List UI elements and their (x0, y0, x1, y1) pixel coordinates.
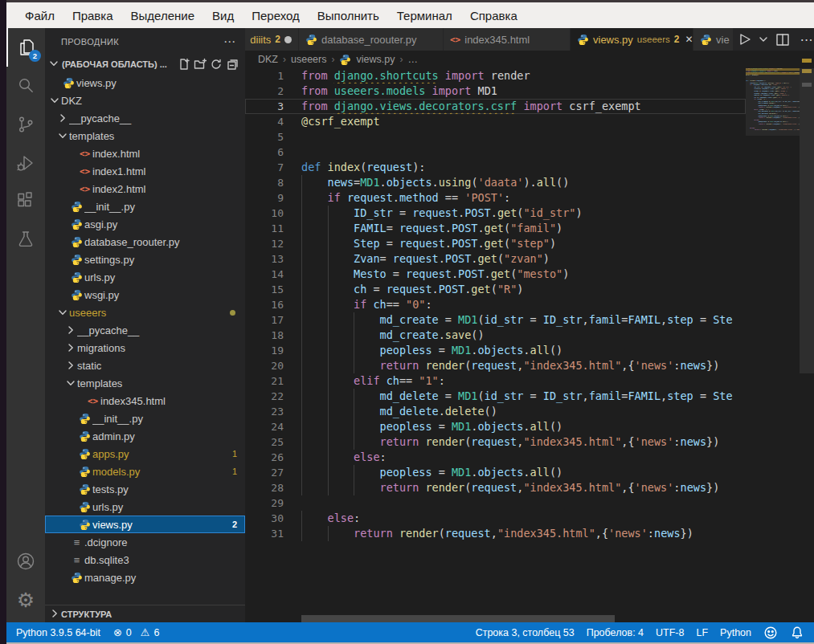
code-editor[interactable]: 1from django.shortcuts import render2fro… (245, 68, 746, 617)
breadcrumb-item[interactable]: … (407, 54, 418, 65)
tab-database_roouter.py[interactable]: database_roouter.py (299, 28, 444, 51)
tree-file-models.py[interactable]: models.py1 (45, 463, 245, 480)
menu-item-Переход[interactable]: Переход (243, 2, 309, 28)
tab-diiits[interactable]: diiits2 (245, 28, 299, 51)
code-line-3[interactable]: 3from django.views.decorators.csrf impor… (245, 99, 746, 114)
activity-extensions-icon[interactable] (6, 182, 45, 221)
code-line-17[interactable]: 17md_create = MD1(id_str = ID_str,famil=… (245, 312, 746, 328)
feedback-icon[interactable] (763, 626, 778, 640)
tree-file-__init__.py[interactable]: __init__.py (45, 410, 245, 427)
activity-source-control-icon[interactable] (6, 105, 45, 144)
code-line-21[interactable]: 21elif ch== "1": (245, 373, 746, 389)
activity-explorer-icon[interactable]: 2 (6, 28, 45, 67)
status-Python[interactable]: Python (720, 627, 751, 638)
status-UTF-8[interactable]: UTF-8 (656, 627, 684, 638)
tree-file-views.py[interactable]: views.py2 (45, 516, 245, 533)
tree-file-index2.html[interactable]: <>index2.html (45, 180, 245, 198)
code-line-1[interactable]: 1from django.shortcuts import render (245, 68, 746, 84)
more-icon[interactable]: ⋯ (796, 32, 814, 47)
vertical-scrollbar[interactable] (800, 68, 814, 373)
split-editor-icon[interactable] (772, 31, 793, 47)
tab-index345.html[interactable]: <>index345.html (444, 28, 571, 51)
code-line-23[interactable]: 23md_delete.delete() (245, 404, 746, 419)
tree-file-wsgi.py[interactable]: wsgi.py (45, 286, 245, 304)
tree-file-manage.py[interactable]: manage.py (45, 569, 245, 586)
code-line-20[interactable]: 20return render(request,"index345.html",… (245, 358, 746, 373)
code-line-13[interactable]: 13Zvan= request.POST.get("zvan") (245, 251, 746, 267)
code-line-28[interactable]: 28return render(request,"index345.html",… (245, 480, 746, 495)
tree-file-settings.py[interactable]: settings.py (45, 251, 245, 268)
tree-folder-migrations[interactable]: migrations (45, 339, 245, 357)
code-line-30[interactable]: 30else: (245, 511, 746, 526)
breadcrumb-item[interactable]: views.py (356, 54, 395, 65)
code-line-29[interactable]: 29 (245, 495, 746, 511)
new-file-icon[interactable] (176, 57, 192, 71)
code-line-31[interactable]: 31return render(request,"index345.html",… (245, 526, 746, 541)
code-line-18[interactable]: 18md_create.save() (245, 328, 746, 343)
tree-file-index1.html[interactable]: <>index1.html (45, 162, 245, 180)
workspace-section-header[interactable]: (РАБОЧАЯ ОБЛАСТЬ) ... (45, 55, 245, 73)
outline-section-header[interactable]: СТРУКТУРА (45, 605, 245, 622)
menu-item-Выполнить[interactable]: Выполнить (309, 2, 388, 28)
code-line-27[interactable]: 27peopless = MD1.objects.all() (245, 465, 746, 480)
status-problems[interactable]: ⊗0⚠6 (113, 626, 159, 638)
refresh-icon[interactable] (208, 57, 224, 71)
status-Строка-3-столбец-53[interactable]: Строка 3, столбец 53 (476, 627, 575, 638)
run-icon[interactable] (734, 31, 755, 47)
tree-file-.dcignore[interactable]: ≡.dcignore (45, 533, 245, 551)
tree-file-index345.html[interactable]: <>index345.html (45, 392, 245, 410)
status-python-version[interactable]: Python 3.9.5 64-bit (16, 627, 100, 638)
run-dropdown-icon[interactable] (758, 31, 769, 47)
tree-file-apps.py[interactable]: apps.py1 (45, 445, 245, 463)
tree-file-tests.py[interactable]: tests.py (45, 480, 245, 498)
tree-file-asgi.py[interactable]: asgi.py (45, 215, 245, 233)
menu-item-Правка[interactable]: Правка (63, 2, 122, 28)
tree-file-database_roouter.py[interactable]: database_roouter.py (45, 233, 245, 251)
activity-settings-icon[interactable]: ⚙ (6, 581, 45, 619)
activity-run-debug-icon[interactable] (6, 144, 45, 182)
status-LF[interactable]: LF (696, 627, 708, 638)
code-line-14[interactable]: 14Mesto = request.POST.get("mesto") (245, 267, 746, 282)
code-line-2[interactable]: 2from useeers.models import MD1 (245, 84, 746, 99)
code-line-9[interactable]: 9if request.method == 'POST': (245, 190, 746, 206)
collapse-all-icon[interactable] (224, 57, 240, 71)
tree-file-urls.py[interactable]: urls.py (45, 498, 245, 516)
code-line-12[interactable]: 12Step = request.POST.get("step") (245, 236, 746, 251)
bell-icon[interactable] (790, 626, 804, 640)
code-line-15[interactable]: 15ch = request.POST.get("R") (245, 282, 746, 297)
menu-item-Терминал[interactable]: Терминал (388, 2, 461, 28)
code-line-11[interactable]: 11FAMIL= request.POST.get("famil") (245, 221, 746, 236)
tree-folder-templates[interactable]: templates (45, 127, 245, 145)
code-line-6[interactable]: 6 (245, 145, 746, 160)
tree-file-__init__.py[interactable]: __init__.py (45, 198, 245, 215)
minimap-slider[interactable] (746, 68, 800, 136)
code-line-16[interactable]: 16if ch== "0": (245, 297, 746, 312)
code-line-25[interactable]: 25return render(request,"index345.html",… (245, 434, 746, 450)
activity-search-icon[interactable] (6, 67, 45, 105)
code-line-8[interactable]: 8news=MD1.objects.using('daata').all() (245, 175, 746, 190)
code-line-5[interactable]: 5 (245, 129, 746, 145)
breadcrumb[interactable]: DKZ›useeers›views.py›… (245, 51, 814, 68)
minimap[interactable]: from django.shortcuts import renderfrom … (746, 68, 800, 617)
tree-folder-DKZ[interactable]: DKZ (45, 92, 245, 109)
tree-file-admin.py[interactable]: admin.py (45, 427, 245, 445)
menu-item-Файл[interactable]: Файл (16, 2, 63, 28)
code-line-22[interactable]: 22md_delete = MD1(id_str = ID_str,famil=… (245, 389, 746, 404)
tab-vie[interactable]: vie (693, 28, 734, 51)
tree-file-db.sqlite3[interactable]: ≡db.sqlite3 (45, 551, 245, 569)
tab-views.py[interactable]: views.pyuseeers2✕ (571, 28, 693, 51)
tree-folder-useeers[interactable]: useeers (45, 304, 245, 321)
horizontal-scrollbar[interactable] (301, 615, 615, 622)
tree-folder-static[interactable]: static (45, 357, 245, 374)
code-line-4[interactable]: 4@csrf_exempt (245, 114, 746, 129)
tree-folder-templates[interactable]: templates (45, 374, 245, 392)
code-line-19[interactable]: 19peopless = MD1.objects.all() (245, 343, 746, 358)
activity-testing-icon[interactable] (6, 221, 45, 259)
more-actions-icon[interactable]: ⋯ (223, 35, 235, 49)
menu-item-Выделение[interactable]: Выделение (122, 2, 203, 28)
breadcrumb-item[interactable]: DKZ (258, 54, 278, 65)
close-icon[interactable]: ✕ (685, 34, 693, 45)
menu-item-Справка[interactable]: Справка (461, 2, 526, 28)
new-folder-icon[interactable] (192, 57, 208, 71)
tree-folder-__pycache__[interactable]: __pycache__ (45, 109, 245, 127)
